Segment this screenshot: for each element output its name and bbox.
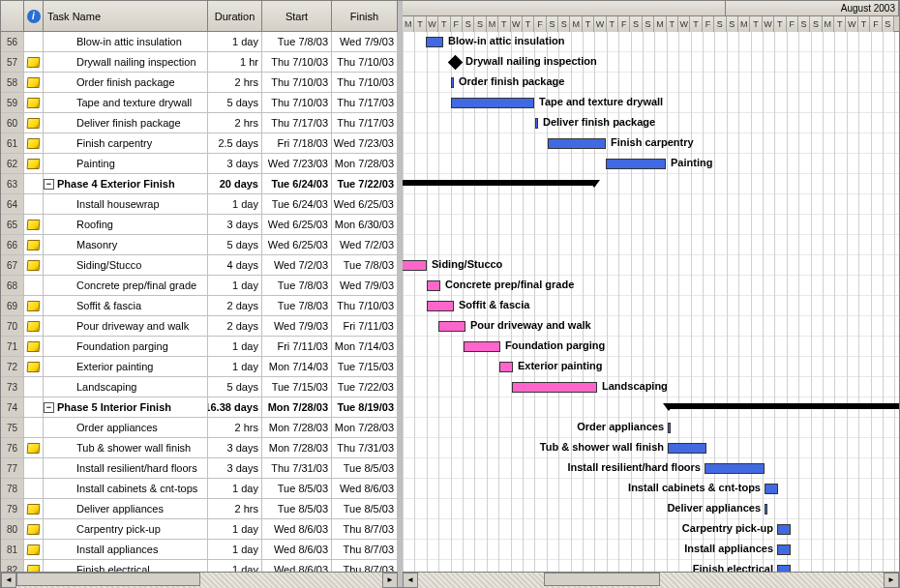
scroll-right-button[interactable]: ► <box>884 573 899 588</box>
finish-cell[interactable]: Thu 8/7/03 <box>332 519 398 539</box>
table-row[interactable]: 76Tub & shower wall finish3 daysMon 7/28… <box>1 438 398 458</box>
start-cell[interactable]: Tue 6/24/03 <box>262 174 332 193</box>
task-name-cell[interactable]: Install cabinets & cnt-tops <box>44 479 208 498</box>
dur-cell[interactable]: 1 day <box>208 32 262 51</box>
row-number[interactable]: 63 <box>1 174 24 193</box>
dur-cell[interactable]: 1 day <box>208 479 262 498</box>
dur-cell[interactable]: 1 hr <box>208 52 262 72</box>
table-row[interactable]: 69Soffit & fascia2 daysTue 7/8/03Thu 7/1… <box>1 296 398 316</box>
dur-cell[interactable]: 1 day <box>208 337 262 356</box>
row-number[interactable]: 77 <box>1 458 24 478</box>
row-number[interactable]: 56 <box>1 32 24 51</box>
row-number[interactable]: 62 <box>1 154 24 173</box>
task-name-cell[interactable]: Exterior painting <box>44 357 208 376</box>
task-bar[interactable] <box>668 423 671 433</box>
finish-cell[interactable]: Thu 7/17/03 <box>332 93 398 112</box>
row-number[interactable]: 76 <box>1 438 24 457</box>
table-row[interactable]: 72Exterior painting1 dayMon 7/14/03Tue 7… <box>1 357 398 377</box>
table-row[interactable]: 56Blow-in attic insulation1 dayTue 7/8/0… <box>1 32 398 52</box>
task-name-cell[interactable]: Roofing <box>44 215 208 234</box>
task-name-cell[interactable]: Masonry <box>44 235 208 254</box>
start-cell[interactable]: Fri 7/18/03 <box>262 133 332 153</box>
finish-cell[interactable]: Wed 7/9/03 <box>332 276 398 295</box>
finish-cell[interactable]: Mon 7/28/03 <box>332 154 398 173</box>
row-number[interactable]: 59 <box>1 93 24 112</box>
scroll-right-button[interactable]: ► <box>382 573 398 588</box>
task-bar[interactable] <box>451 98 534 108</box>
finish-cell[interactable]: Tue 8/19/03 <box>332 397 398 417</box>
note-icon[interactable] <box>27 138 41 149</box>
dur-cell[interactable]: 2 days <box>208 296 262 315</box>
task-bar[interactable] <box>438 321 465 332</box>
note-icon[interactable] <box>27 524 41 535</box>
row-number[interactable]: 73 <box>1 377 24 397</box>
dur-cell[interactable]: 3 days <box>208 438 262 457</box>
start-cell[interactable]: Mon 7/28/03 <box>262 438 332 457</box>
task-name-cell[interactable]: Tub & shower wall finish <box>44 438 208 457</box>
row-number[interactable]: 78 <box>1 479 24 498</box>
start-cell[interactable]: Mon 7/28/03 <box>262 418 332 437</box>
finish-cell[interactable]: Tue 8/5/03 <box>332 458 398 478</box>
dur-cell[interactable]: 1 day <box>208 357 262 376</box>
task-bar[interactable] <box>777 544 791 555</box>
table-row[interactable]: 63−Phase 4 Exterior Finish20 daysTue 6/2… <box>1 174 398 194</box>
finish-cell[interactable]: Wed 7/23/03 <box>332 133 398 153</box>
task-name-cell[interactable]: Blow-in attic insulation <box>44 32 208 51</box>
task-name-cell[interactable]: Install housewrap <box>44 194 208 214</box>
row-number[interactable]: 60 <box>1 113 24 132</box>
start-cell[interactable]: Thu 7/10/03 <box>262 93 332 112</box>
table-row[interactable]: 81Install appliances1 dayWed 8/6/03Thu 8… <box>1 540 398 560</box>
table-row[interactable]: 79Deliver appliances2 hrsTue 8/5/03Tue 8… <box>1 499 398 519</box>
row-number[interactable]: 66 <box>1 235 24 254</box>
row-number[interactable]: 71 <box>1 337 24 356</box>
note-icon[interactable] <box>27 443 41 454</box>
table-row[interactable]: 77Install resilient/hard floors3 daysThu… <box>1 458 398 479</box>
task-bar[interactable] <box>535 118 538 129</box>
finish-cell[interactable]: Mon 6/30/03 <box>332 215 398 234</box>
dur-cell[interactable]: 5 days <box>208 93 262 112</box>
table-row[interactable]: 68Concrete prep/final grade1 dayTue 7/8/… <box>1 276 398 296</box>
table-row[interactable]: 67Siding/Stucco4 daysWed 7/2/03Tue 7/8/0… <box>1 255 398 276</box>
table-row[interactable]: 80Carpentry pick-up1 dayWed 8/6/03Thu 8/… <box>1 519 398 540</box>
row-number[interactable]: 67 <box>1 255 24 275</box>
note-icon[interactable] <box>27 98 41 108</box>
dur-cell[interactable]: 1 day <box>208 194 262 214</box>
note-icon[interactable] <box>27 504 41 514</box>
start-cell[interactable]: Wed 7/23/03 <box>262 154 332 173</box>
table-row[interactable]: 61Finish carpentry2.5 daysFri 7/18/03Wed… <box>1 133 398 154</box>
row-number[interactable]: 74 <box>1 397 24 417</box>
task-name-cell[interactable]: Painting <box>44 154 208 173</box>
start-cell[interactable]: Tue 7/8/03 <box>262 32 332 51</box>
task-name-cell[interactable]: Soffit & fascia <box>44 296 208 315</box>
task-bar[interactable] <box>427 280 440 291</box>
gantt-body[interactable]: Blow-in attic insulationDrywall nailing … <box>403 32 899 587</box>
task-name-cell[interactable]: Landscaping <box>44 377 208 397</box>
col-header-finish[interactable]: Finish <box>332 1 398 31</box>
row-number[interactable]: 68 <box>1 276 24 295</box>
row-number[interactable]: 81 <box>1 540 24 559</box>
task-bar[interactable] <box>512 382 597 393</box>
task-name-cell[interactable]: Install resilient/hard floors <box>44 458 208 478</box>
note-icon[interactable] <box>27 301 41 311</box>
note-icon[interactable] <box>27 260 41 271</box>
table-row[interactable]: 73Landscaping5 daysTue 7/15/03Tue 7/22/0… <box>1 377 398 397</box>
table-row[interactable]: 58Order finish package2 hrsThu 7/10/03Th… <box>1 73 398 93</box>
row-number[interactable]: 58 <box>1 73 24 92</box>
col-header-duration[interactable]: Duration <box>208 1 262 31</box>
dur-cell[interactable]: 3 days <box>208 154 262 173</box>
dur-cell[interactable]: 4 days <box>208 255 262 275</box>
finish-cell[interactable]: Tue 7/15/03 <box>332 357 398 376</box>
start-cell[interactable]: Mon 7/28/03 <box>262 397 332 417</box>
note-icon[interactable] <box>27 544 41 555</box>
note-icon[interactable] <box>27 77 41 88</box>
note-icon[interactable] <box>27 341 41 352</box>
col-header-info[interactable]: i <box>24 1 44 31</box>
finish-cell[interactable]: Fri 7/11/03 <box>332 316 398 336</box>
finish-cell[interactable]: Tue 8/5/03 <box>332 499 398 518</box>
task-name-cell[interactable]: Carpentry pick-up <box>44 519 208 539</box>
summary-bar[interactable] <box>667 403 899 409</box>
task-bar[interactable] <box>765 484 778 494</box>
task-name-cell[interactable]: Concrete prep/final grade <box>44 276 208 295</box>
start-cell[interactable]: Wed 8/6/03 <box>262 540 332 559</box>
scroll-left-button[interactable]: ◄ <box>1 573 16 588</box>
